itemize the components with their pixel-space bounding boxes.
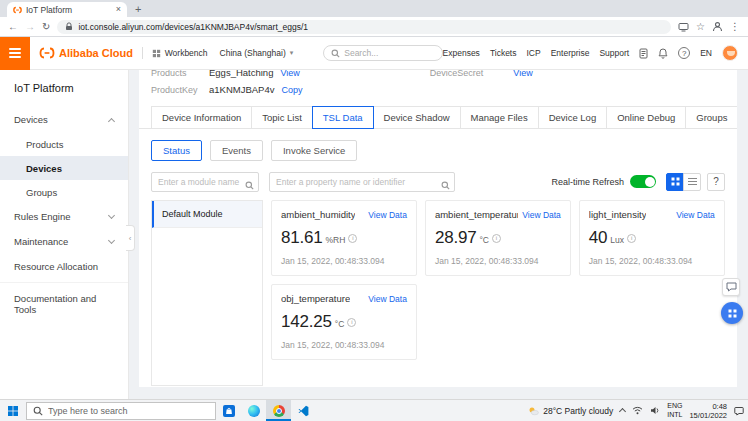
back-button[interactable]: ←: [8, 22, 18, 32]
docs-icon[interactable]: [639, 48, 648, 59]
sidebar-item-rules-engine[interactable]: Rules Engine: [0, 204, 128, 229]
subtab-status[interactable]: Status: [151, 140, 202, 161]
info-icon[interactable]: i: [348, 234, 357, 243]
info-icon[interactable]: i: [627, 234, 636, 243]
feedback-button[interactable]: [722, 278, 740, 296]
alibaba-cloud-logo-icon: [39, 47, 55, 59]
taskbar-search[interactable]: [26, 402, 216, 420]
search-icon[interactable]: [441, 176, 450, 194]
sidebar-group-label: Rules Engine: [14, 211, 71, 222]
module-item-default[interactable]: Default Module: [152, 201, 262, 228]
profile-icon[interactable]: [712, 21, 723, 32]
card-view-button[interactable]: [666, 173, 684, 191]
subtab-invoke-service[interactable]: Invoke Service: [271, 140, 357, 161]
view-data-link[interactable]: View Data: [522, 210, 561, 220]
network-icon[interactable]: [632, 406, 643, 415]
sidebar-item-devices[interactable]: Devices: [0, 156, 128, 180]
devicesecret-view-link[interactable]: View: [513, 70, 532, 78]
module-search-input[interactable]: [151, 172, 259, 192]
tab-device-information[interactable]: Device Information: [151, 106, 252, 129]
tab-device-shadow[interactable]: Device Shadow: [373, 106, 461, 129]
date-text: 15/01/2022: [689, 411, 727, 420]
productkey-copy-link[interactable]: Copy: [281, 85, 302, 95]
enterprise-link[interactable]: Enterprise: [551, 48, 590, 58]
info-icon[interactable]: i: [347, 318, 356, 327]
workbench-icon: [152, 49, 161, 58]
sidebar-item-products[interactable]: Products: [0, 132, 128, 156]
input-language-indicator[interactable]: ENG INTL: [667, 402, 682, 418]
body: IoT Platform Devices Products Devices Gr…: [0, 70, 748, 399]
help-icon[interactable]: ?: [678, 47, 690, 59]
weather-widget[interactable]: 28°C Partly cloudy: [528, 406, 613, 416]
taskbar-store-button[interactable]: [216, 400, 241, 421]
tab-online-debug[interactable]: Online Debug: [606, 106, 686, 129]
icp-link[interactable]: ICP: [526, 48, 540, 58]
browser-tab[interactable]: IoT Platform ×: [7, 2, 127, 17]
action-center-icon[interactable]: [734, 406, 744, 416]
clock[interactable]: 0:48 15/01/2022: [689, 402, 727, 420]
tab-device-log[interactable]: Device Log: [538, 106, 608, 129]
chat-icon: [726, 282, 737, 292]
taskbar-vscode-button[interactable]: [291, 400, 316, 421]
subtab-events[interactable]: Events: [210, 140, 263, 161]
console-search-input[interactable]: [344, 48, 434, 58]
chevron-down-icon: ▾: [290, 49, 294, 57]
view-data-link[interactable]: View Data: [676, 210, 715, 220]
brand-name: Alibaba Cloud: [59, 47, 133, 59]
support-link[interactable]: Support: [599, 48, 629, 58]
console-menu-button[interactable]: [0, 37, 30, 70]
tab-tsl-data[interactable]: TSL Data: [312, 106, 374, 129]
forward-button[interactable]: →: [25, 22, 35, 32]
console-search[interactable]: [323, 45, 442, 61]
new-tab-button[interactable]: +: [135, 2, 141, 17]
device-meta-row-1: Products Eggs_Hatching View DeviceSecret…: [139, 70, 737, 81]
reload-button[interactable]: ↻: [42, 22, 50, 32]
workbench-link[interactable]: Workbench: [152, 48, 208, 58]
property-name: obj_temperature: [281, 293, 350, 304]
address-bar[interactable]: iot.console.aliyun.com/devices/a1KNMJBAP…: [57, 20, 671, 34]
view-data-link[interactable]: View Data: [368, 210, 407, 220]
sidebar-item-resource-allocation[interactable]: Resource Allocation: [0, 254, 128, 279]
product-view-link[interactable]: View: [280, 70, 299, 78]
sidebar-item-documentation-and-tools[interactable]: Documentation and Tools: [0, 282, 128, 322]
sidebar-collapse-handle[interactable]: ‹: [126, 225, 135, 251]
property-unit: %RH: [326, 235, 346, 245]
user-avatar[interactable]: [722, 45, 738, 61]
bookmark-star-icon[interactable]: ☆: [696, 22, 705, 32]
start-button[interactable]: [0, 400, 26, 421]
browser-menu-icon[interactable]: ⋮: [730, 22, 740, 32]
taskbar-edge-button[interactable]: [241, 400, 266, 421]
tab-topic-list[interactable]: Topic List: [251, 106, 313, 129]
alibaba-cloud-logo[interactable]: Alibaba Cloud: [39, 47, 133, 59]
divider: [142, 47, 143, 59]
expenses-link[interactable]: Expenses: [443, 48, 480, 58]
realtime-refresh-toggle[interactable]: [630, 175, 656, 188]
property-search-input[interactable]: [269, 172, 455, 192]
devicesecret-label: DeviceSecret: [430, 70, 484, 78]
taskbar-chrome-button[interactable]: [266, 400, 291, 421]
region-selector[interactable]: China (Shanghai) ▾: [220, 48, 294, 58]
list-view-button[interactable]: [683, 173, 701, 191]
taskbar-search-input[interactable]: [48, 406, 209, 416]
sidebar-item-maintenance[interactable]: Maintenance: [0, 229, 128, 254]
quick-entry-button[interactable]: [721, 302, 743, 324]
tab-groups[interactable]: Groups: [685, 106, 737, 129]
info-icon[interactable]: i: [492, 234, 501, 243]
bell-icon[interactable]: [658, 48, 668, 59]
url-text: iot.console.aliyun.com/devices/a1KNMJBAP…: [78, 22, 308, 32]
grid-icon: [728, 309, 731, 312]
tab-manage-files[interactable]: Manage Files: [460, 106, 539, 129]
tab-close-icon[interactable]: ×: [116, 5, 121, 14]
property-timestamp: Jan 15, 2022, 00:48:33.094: [589, 256, 715, 266]
language-switch[interactable]: EN: [700, 48, 712, 58]
tray-expand-icon[interactable]: [619, 408, 626, 415]
search-icon[interactable]: [245, 176, 254, 194]
tickets-link[interactable]: Tickets: [490, 48, 517, 58]
sidebar-item-groups[interactable]: Groups: [0, 180, 128, 204]
view-data-link[interactable]: View Data: [368, 294, 407, 304]
share-icon[interactable]: [678, 22, 689, 32]
chevron-down-icon: [108, 212, 115, 219]
sidebar-item-devices-group[interactable]: Devices: [0, 107, 128, 132]
volume-icon[interactable]: [650, 406, 660, 415]
help-button[interactable]: ?: [707, 173, 725, 191]
